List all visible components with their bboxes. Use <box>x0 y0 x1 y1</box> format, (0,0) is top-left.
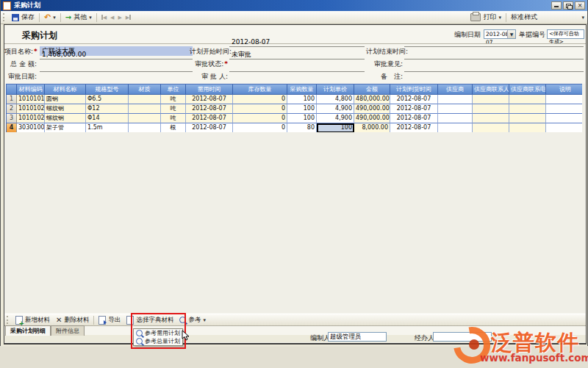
grid-header-cell[interactable]: 材料名称 <box>45 84 86 95</box>
grid-cell[interactable] <box>473 104 509 114</box>
grid-header-cell[interactable]: 计划到货时间 <box>390 84 438 95</box>
grid-cell[interactable]: 2012-08-07 <box>186 95 233 104</box>
grid-empty-area[interactable] <box>5 132 585 313</box>
save-button[interactable]: 保存 <box>9 12 37 23</box>
grid-cell[interactable] <box>509 95 546 104</box>
style-combo[interactable]: 标准样式 ▾ <box>508 12 584 23</box>
grid-cell[interactable]: 2012-08-07 <box>186 114 233 123</box>
grid-cell[interactable]: 490,000.00 <box>354 104 390 114</box>
nav-next-button[interactable]: ▶ <box>118 15 121 21</box>
tab-attachment-info[interactable]: 附件信息 <box>51 325 85 336</box>
grid-cell[interactable]: 4,900 <box>317 114 354 123</box>
select-dict-material-button[interactable]: 选择字典材料 <box>123 315 176 325</box>
maker-input[interactable]: 超级管理员 <box>328 332 387 342</box>
grid-cell[interactable]: 4,800 <box>317 95 354 104</box>
grid-cell[interactable]: 1010102001 <box>17 104 45 114</box>
grid-header-cell[interactable]: 采购数量 <box>287 84 317 95</box>
grid-cell[interactable]: 0 <box>233 104 287 114</box>
nav-first-button[interactable]: ◀ <box>101 15 107 21</box>
grid-cell[interactable] <box>473 114 509 123</box>
delete-material-button[interactable]: ✕ 删除材料 <box>53 315 92 325</box>
restore-button[interactable] <box>563 1 573 10</box>
grid-header-cell[interactable]: 规格型号 <box>86 84 129 95</box>
grid-header-cell[interactable]: 说明 <box>546 84 585 95</box>
toolbar-grip <box>3 13 7 21</box>
grid-cell[interactable]: 1010102002 <box>17 114 45 123</box>
grid-cell[interactable]: 圆钢 <box>45 95 86 104</box>
grid-cell[interactable] <box>546 114 585 123</box>
other-caret-icon: ▾ <box>89 15 92 21</box>
row-number[interactable]: 1 <box>7 95 17 104</box>
grid-cell[interactable]: 吨 <box>161 104 186 114</box>
grid-cell[interactable]: 2012-08-07 <box>186 104 233 114</box>
grid-header-cell[interactable]: 供应商联系电话 <box>509 84 546 95</box>
grid-cell[interactable] <box>438 104 473 114</box>
grid-cell[interactable]: 2012-08-07 <box>390 114 438 123</box>
grid-cell[interactable]: 2012-08-07 <box>390 95 438 104</box>
grid-cell[interactable] <box>129 95 161 104</box>
grid-cell[interactable] <box>438 114 473 123</box>
grid-cell[interactable]: 螺纹钢 <box>45 104 86 114</box>
grid-cell[interactable] <box>509 104 546 114</box>
add-material-button[interactable]: 新增材料 <box>12 315 53 325</box>
grid-cell[interactable]: 吨 <box>161 95 186 104</box>
grid-cell[interactable]: Φ14 <box>86 114 129 123</box>
grid-header-cell[interactable]: 供应商 <box>438 84 473 95</box>
nav-last-button[interactable]: ▶ <box>126 15 131 21</box>
export-icon <box>98 316 106 325</box>
grid-header-cell[interactable]: 金额 <box>354 84 390 95</box>
grid-cell[interactable]: 0 <box>233 114 287 123</box>
agent-input[interactable] <box>433 332 492 342</box>
grid-cell[interactable]: 490,000.00 <box>354 114 390 123</box>
add-material-icon <box>15 316 23 325</box>
grid-header-cell[interactable]: 材质 <box>129 84 161 95</box>
approve-opinion-field[interactable] <box>404 49 584 59</box>
row-number[interactable]: 2 <box>7 104 17 114</box>
grid-cell[interactable]: 480,000.00 <box>354 95 390 104</box>
grid-header-cell[interactable]: 需用时间 <box>186 84 233 95</box>
title-bar: 采购计划 × <box>1 0 587 11</box>
grid-header-cell[interactable]: 计划单价 <box>317 84 354 95</box>
grid-cell[interactable] <box>438 95 473 104</box>
grid-cell[interactable] <box>129 104 161 114</box>
grid-cell[interactable]: 100 <box>287 114 317 123</box>
export-button[interactable]: 导出 <box>96 315 123 325</box>
plan-start-field[interactable]: 2012-08-07 <box>229 37 365 47</box>
close-button[interactable]: × <box>575 1 585 10</box>
print-button[interactable]: 打印 ▾ <box>467 12 504 23</box>
grid-cell[interactable]: 螺纹钢 <box>45 114 86 123</box>
grid-cell[interactable]: Φ12 <box>86 104 129 114</box>
tab-purchase-plan-detail[interactable]: 采购计划明细 <box>5 325 51 336</box>
delete-icon: ✕ <box>56 317 62 324</box>
other-button[interactable]: → 其他 ▾ <box>62 12 95 23</box>
grid-cell[interactable] <box>509 114 546 123</box>
screen: 采购计划 × 保存 ↶ ▾ → 其他 ▾ <box>0 0 588 368</box>
grid-cell[interactable] <box>546 104 585 114</box>
grid-cell[interactable] <box>473 95 509 104</box>
plan-end-field[interactable] <box>404 37 584 47</box>
grid-header-cell[interactable]: 供应商联系人 <box>473 84 509 95</box>
grid-cell[interactable]: 吨 <box>161 114 186 123</box>
grid-cell[interactable]: 1010101001 <box>17 95 45 104</box>
undo-button[interactable]: ↶ ▾ <box>41 13 59 22</box>
separator <box>96 13 97 22</box>
grid-cell[interactable]: 100 <box>287 104 317 114</box>
grid-cell[interactable]: 2012-08-07 <box>390 104 438 114</box>
grid-cell[interactable]: 100 <box>287 95 317 104</box>
grid-header-cell[interactable]: 单位 <box>161 84 186 95</box>
menu-item-reference-demand-plan[interactable]: 参考需用计划 <box>134 329 182 337</box>
remark-field[interactable] <box>404 62 584 72</box>
grid-cell[interactable] <box>129 114 161 123</box>
row-number[interactable]: 3 <box>7 114 17 123</box>
minimize-button[interactable] <box>551 1 562 10</box>
grid-cell[interactable] <box>546 95 585 104</box>
grid-cell[interactable]: 4,900 <box>317 104 354 114</box>
grid-cell[interactable]: Φ6.5 <box>86 95 129 104</box>
menu-item-reference-total-plan[interactable]: 参考总量计划 <box>134 337 182 345</box>
add-material-label: 新增材料 <box>25 316 50 325</box>
grid-header-cell[interactable]: 材料编码 <box>17 84 45 95</box>
grid-cell[interactable]: 0 <box>233 95 287 104</box>
reference-button[interactable]: 参考 ▾ <box>176 315 209 325</box>
nav-prev-button[interactable]: ◀ <box>110 15 114 21</box>
grid-header-cell[interactable]: 库存数量 <box>233 84 287 95</box>
